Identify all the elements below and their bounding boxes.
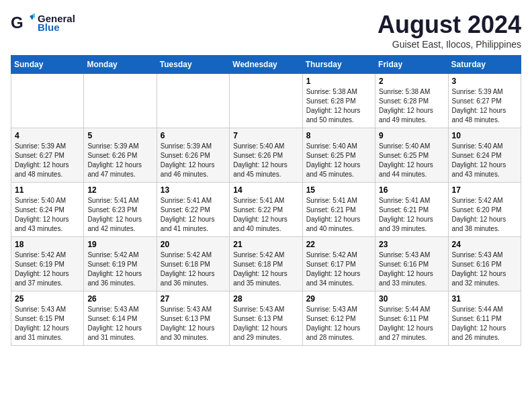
day-number: 8 [306, 131, 371, 140]
title-block: August 2024 Guiset East, Ilocos, Philipp… [378, 11, 521, 50]
cell-content: Sunrise: 5:40 AM Sunset: 6:24 PM Dayligh… [15, 196, 80, 234]
day-number: 14 [233, 185, 298, 195]
svg-text:G: G [11, 13, 24, 32]
week-row-3: 11Sunrise: 5:40 AM Sunset: 6:24 PM Dayli… [11, 183, 521, 237]
calendar-cell: 30Sunrise: 5:44 AM Sunset: 6:11 PM Dayli… [375, 291, 448, 346]
day-number: 29 [306, 294, 371, 304]
week-row-1: 1Sunrise: 5:38 AM Sunset: 6:28 PM Daylig… [11, 74, 521, 128]
day-number: 19 [87, 240, 152, 249]
col-header-thursday: Thursday [302, 56, 375, 74]
day-number: 11 [15, 185, 80, 195]
day-number: 15 [306, 185, 371, 195]
cell-content: Sunrise: 5:41 AM Sunset: 6:21 PM Dayligh… [306, 196, 371, 234]
cell-content: Sunrise: 5:39 AM Sunset: 6:26 PM Dayligh… [87, 142, 152, 179]
cell-content: Sunrise: 5:41 AM Sunset: 6:21 PM Dayligh… [379, 196, 444, 234]
calendar-cell: 17Sunrise: 5:42 AM Sunset: 6:20 PM Dayli… [448, 183, 521, 237]
day-number: 1 [306, 77, 371, 86]
cell-content: Sunrise: 5:43 AM Sunset: 6:16 PM Dayligh… [452, 250, 517, 288]
calendar-cell: 15Sunrise: 5:41 AM Sunset: 6:21 PM Dayli… [302, 183, 375, 237]
day-number: 24 [452, 240, 517, 249]
day-number: 28 [233, 294, 298, 304]
day-number: 10 [452, 131, 517, 140]
calendar-cell: 1Sunrise: 5:38 AM Sunset: 6:28 PM Daylig… [302, 74, 375, 128]
cell-content: Sunrise: 5:38 AM Sunset: 6:28 PM Dayligh… [379, 87, 444, 125]
day-number: 18 [15, 240, 80, 249]
day-number: 4 [15, 131, 80, 140]
month-year-title: August 2024 [378, 11, 521, 39]
day-number: 3 [452, 77, 517, 86]
calendar-cell: 20Sunrise: 5:42 AM Sunset: 6:18 PM Dayli… [157, 237, 229, 291]
cell-content: Sunrise: 5:41 AM Sunset: 6:22 PM Dayligh… [161, 196, 226, 234]
calendar-cell: 21Sunrise: 5:42 AM Sunset: 6:18 PM Dayli… [230, 237, 302, 291]
calendar-cell: 31Sunrise: 5:44 AM Sunset: 6:11 PM Dayli… [448, 291, 521, 346]
calendar-cell: 22Sunrise: 5:42 AM Sunset: 6:17 PM Dayli… [302, 237, 375, 291]
location-subtitle: Guiset East, Ilocos, Philippines [378, 39, 521, 50]
calendar-cell: 3Sunrise: 5:39 AM Sunset: 6:27 PM Daylig… [448, 74, 521, 128]
calendar-cell: 5Sunrise: 5:39 AM Sunset: 6:26 PM Daylig… [84, 128, 157, 183]
day-number: 25 [15, 294, 80, 304]
cell-content: Sunrise: 5:41 AM Sunset: 6:22 PM Dayligh… [233, 196, 298, 234]
day-number: 13 [161, 185, 226, 195]
day-number: 5 [87, 131, 152, 140]
day-number: 31 [452, 294, 517, 304]
cell-content: Sunrise: 5:44 AM Sunset: 6:11 PM Dayligh… [452, 305, 517, 342]
day-number: 26 [87, 294, 152, 304]
cell-content: Sunrise: 5:40 AM Sunset: 6:26 PM Dayligh… [233, 142, 298, 179]
calendar-cell: 29Sunrise: 5:43 AM Sunset: 6:12 PM Dayli… [302, 291, 375, 346]
cell-content: Sunrise: 5:41 AM Sunset: 6:23 PM Dayligh… [87, 196, 152, 234]
week-row-4: 18Sunrise: 5:42 AM Sunset: 6:19 PM Dayli… [11, 237, 521, 291]
calendar-cell: 25Sunrise: 5:43 AM Sunset: 6:15 PM Dayli… [11, 291, 84, 346]
calendar-cell: 11Sunrise: 5:40 AM Sunset: 6:24 PM Dayli… [11, 183, 84, 237]
calendar-cell: 26Sunrise: 5:43 AM Sunset: 6:14 PM Dayli… [84, 291, 157, 346]
logo-icon: G [11, 11, 35, 35]
calendar-cell [230, 74, 302, 128]
day-number: 2 [379, 77, 444, 86]
day-number: 6 [161, 131, 226, 140]
day-number: 30 [379, 294, 444, 304]
header-row: SundayMondayTuesdayWednesdayThursdayFrid… [11, 56, 521, 74]
cell-content: Sunrise: 5:43 AM Sunset: 6:13 PM Dayligh… [233, 305, 298, 342]
col-header-monday: Monday [84, 56, 157, 74]
col-header-saturday: Saturday [448, 56, 521, 74]
calendar-cell: 8Sunrise: 5:40 AM Sunset: 6:25 PM Daylig… [302, 128, 375, 183]
cell-content: Sunrise: 5:39 AM Sunset: 6:27 PM Dayligh… [15, 142, 80, 179]
calendar-cell: 24Sunrise: 5:43 AM Sunset: 6:16 PM Dayli… [448, 237, 521, 291]
day-number: 27 [161, 294, 226, 304]
cell-content: Sunrise: 5:42 AM Sunset: 6:18 PM Dayligh… [233, 250, 298, 288]
calendar-cell: 4Sunrise: 5:39 AM Sunset: 6:27 PM Daylig… [11, 128, 84, 183]
day-number: 16 [379, 185, 444, 195]
cell-content: Sunrise: 5:42 AM Sunset: 6:19 PM Dayligh… [87, 250, 152, 288]
cell-content: Sunrise: 5:40 AM Sunset: 6:25 PM Dayligh… [306, 142, 371, 179]
cell-content: Sunrise: 5:39 AM Sunset: 6:26 PM Dayligh… [161, 142, 226, 179]
day-number: 17 [452, 185, 517, 195]
col-header-tuesday: Tuesday [157, 56, 229, 74]
calendar-cell: 19Sunrise: 5:42 AM Sunset: 6:19 PM Dayli… [84, 237, 157, 291]
week-row-5: 25Sunrise: 5:43 AM Sunset: 6:15 PM Dayli… [11, 291, 521, 346]
day-number: 12 [87, 185, 152, 195]
day-number: 7 [233, 131, 298, 140]
calendar-cell: 10Sunrise: 5:40 AM Sunset: 6:24 PM Dayli… [448, 128, 521, 183]
calendar-cell: 16Sunrise: 5:41 AM Sunset: 6:21 PM Dayli… [375, 183, 448, 237]
cell-content: Sunrise: 5:42 AM Sunset: 6:20 PM Dayligh… [452, 196, 517, 234]
cell-content: Sunrise: 5:42 AM Sunset: 6:19 PM Dayligh… [15, 250, 80, 288]
day-number: 9 [379, 131, 444, 140]
col-header-friday: Friday [375, 56, 448, 74]
day-number: 20 [161, 240, 226, 249]
cell-content: Sunrise: 5:42 AM Sunset: 6:18 PM Dayligh… [161, 250, 226, 288]
cell-content: Sunrise: 5:44 AM Sunset: 6:11 PM Dayligh… [379, 305, 444, 342]
calendar-cell: 14Sunrise: 5:41 AM Sunset: 6:22 PM Dayli… [230, 183, 302, 237]
col-header-wednesday: Wednesday [230, 56, 302, 74]
page-header: G General Blue August 2024 Guiset East, … [11, 11, 521, 50]
calendar-cell: 2Sunrise: 5:38 AM Sunset: 6:28 PM Daylig… [375, 74, 448, 128]
cell-content: Sunrise: 5:43 AM Sunset: 6:16 PM Dayligh… [379, 250, 444, 288]
calendar-cell: 28Sunrise: 5:43 AM Sunset: 6:13 PM Dayli… [230, 291, 302, 346]
calendar-cell: 12Sunrise: 5:41 AM Sunset: 6:23 PM Dayli… [84, 183, 157, 237]
day-number: 22 [306, 240, 371, 249]
calendar-table: SundayMondayTuesdayWednesdayThursdayFrid… [11, 55, 521, 346]
cell-content: Sunrise: 5:40 AM Sunset: 6:25 PM Dayligh… [379, 142, 444, 179]
calendar-cell: 18Sunrise: 5:42 AM Sunset: 6:19 PM Dayli… [11, 237, 84, 291]
cell-content: Sunrise: 5:43 AM Sunset: 6:14 PM Dayligh… [87, 305, 152, 342]
calendar-cell [157, 74, 229, 128]
calendar-cell: 6Sunrise: 5:39 AM Sunset: 6:26 PM Daylig… [157, 128, 229, 183]
calendar-cell [11, 74, 84, 128]
